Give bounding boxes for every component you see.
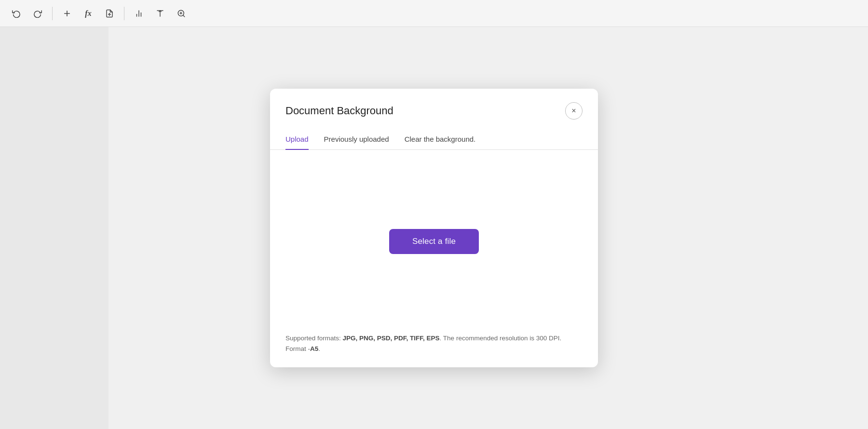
footer-text: Supported formats: JPG, PNG, PSD, PDF, T…: [285, 333, 583, 354]
upload-doc-button[interactable]: [101, 5, 118, 22]
formula-button[interactable]: fx: [80, 5, 97, 22]
select-file-button[interactable]: Select a file: [389, 229, 479, 254]
chart-button[interactable]: [130, 5, 148, 22]
format-value: A5: [310, 345, 318, 352]
tab-clear-background[interactable]: Clear the background.: [405, 129, 476, 150]
close-icon: ×: [571, 107, 576, 115]
supported-formats-label: Supported formats:: [285, 335, 343, 342]
tab-previously-uploaded[interactable]: Previously uploaded: [324, 129, 389, 150]
toolbar: fx: [0, 0, 868, 27]
tab-upload[interactable]: Upload: [285, 129, 309, 150]
undo-button[interactable]: [8, 5, 25, 22]
dialog-title: Document Background: [285, 105, 393, 117]
close-button[interactable]: ×: [565, 102, 583, 120]
formats-value: JPG, PNG, PSD, PDF, TIFF, EPS: [343, 335, 440, 342]
document-background-dialog: Document Background × Upload Previously …: [270, 89, 598, 367]
divider-2: [124, 7, 124, 20]
dialog-body: Select a file: [270, 150, 598, 333]
canvas-area: Document Background × Upload Previously …: [0, 27, 868, 429]
zoom-button[interactable]: [173, 5, 190, 22]
tabs-container: Upload Previously uploaded Clear the bac…: [270, 129, 598, 150]
svg-line-9: [183, 15, 184, 16]
redo-button[interactable]: [29, 5, 46, 22]
dialog-footer: Supported formats: JPG, PNG, PSD, PDF, T…: [270, 333, 598, 367]
align-top-button[interactable]: [151, 5, 169, 22]
dialog-header: Document Background ×: [270, 89, 598, 120]
add-button[interactable]: [58, 5, 76, 22]
modal-overlay: Document Background × Upload Previously …: [0, 27, 868, 429]
divider-1: [52, 7, 53, 20]
